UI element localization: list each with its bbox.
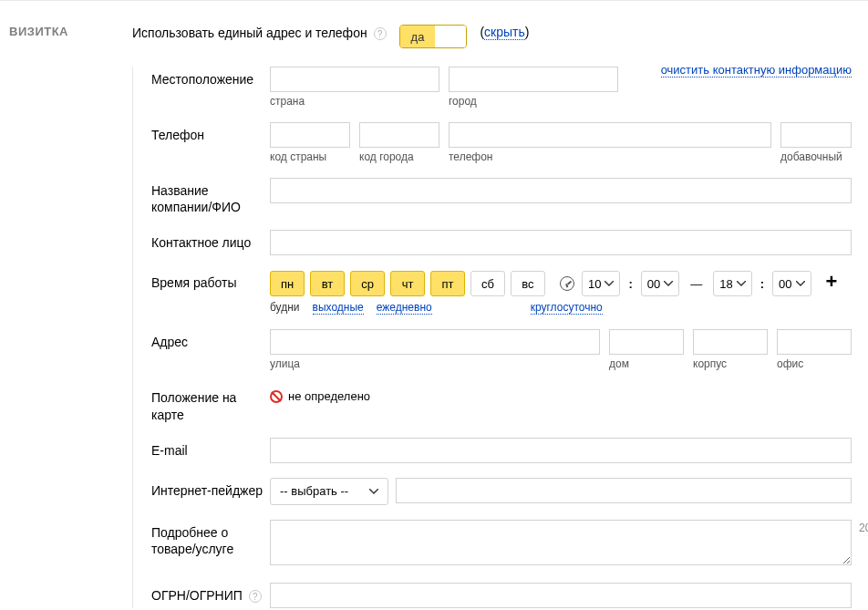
to-min-select[interactable]: 00 xyxy=(772,271,811,296)
city-code-input[interactable] xyxy=(359,122,439,148)
days-container: пнвтсрчтптсбвс 10 : 00 — 18 xyxy=(270,270,852,297)
contact-input[interactable] xyxy=(270,230,852,255)
allday-link[interactable]: круглосуточно xyxy=(531,301,603,315)
help-icon[interactable]: ? xyxy=(374,27,387,40)
ogrn-input[interactable] xyxy=(270,583,852,608)
chevron-down-icon xyxy=(796,281,805,286)
day-tue-button[interactable]: вт xyxy=(310,271,345,296)
toggle-no[interactable] xyxy=(435,26,466,47)
phone-input[interactable] xyxy=(449,122,771,148)
office-sublabel: офис xyxy=(777,357,852,370)
company-input[interactable] xyxy=(270,178,852,203)
use-single-address-toggle[interactable]: да xyxy=(399,25,468,48)
house-input[interactable] xyxy=(609,329,684,355)
city-code-sublabel: код города xyxy=(359,150,439,163)
details-counter: 200 xyxy=(859,522,868,534)
map-status-text: не определено xyxy=(288,389,370,403)
ext-input[interactable] xyxy=(780,122,852,148)
office-input[interactable] xyxy=(777,329,852,355)
from-hour-select[interactable]: 10 xyxy=(582,271,620,296)
email-label: E-mail xyxy=(151,438,270,459)
time-dash: — xyxy=(685,277,708,291)
address-label: Адрес xyxy=(151,329,270,350)
chevron-down-icon xyxy=(369,489,378,494)
pager-type-select[interactable]: -- выбрать -- xyxy=(270,478,388,505)
day-fri-button[interactable]: пт xyxy=(430,271,465,296)
day-thu-button[interactable]: чт xyxy=(390,271,425,296)
day-sat-button[interactable]: сб xyxy=(470,271,505,296)
chevron-down-icon xyxy=(737,281,746,286)
daily-link[interactable]: ежедневно xyxy=(377,301,432,315)
time-colon: : xyxy=(758,277,767,291)
section-title: Визитка xyxy=(9,25,132,608)
help-icon[interactable]: ? xyxy=(249,590,262,603)
use-single-address-label: Использовать единый адрес и телефон ? xyxy=(132,25,387,41)
company-label: Название компании/ФИО xyxy=(151,178,270,215)
day-wed-button[interactable]: ср xyxy=(350,271,385,296)
country-sublabel: страна xyxy=(270,95,439,108)
clock-icon xyxy=(560,276,574,291)
pager-label: Интернет-пейджер xyxy=(151,478,270,499)
street-input[interactable] xyxy=(270,329,600,355)
time-colon: : xyxy=(625,277,635,291)
hide-link-wrap: (скрыть) xyxy=(480,25,529,39)
from-min-select[interactable]: 00 xyxy=(641,271,679,296)
chevron-down-icon xyxy=(604,281,614,286)
contact-label: Контактное лицо xyxy=(151,230,270,251)
details-label: Подробнее о товаре/услуге xyxy=(151,520,270,557)
country-input[interactable] xyxy=(270,67,439,92)
chevron-down-icon xyxy=(664,281,673,286)
to-hour-select[interactable]: 18 xyxy=(713,271,751,296)
add-time-range-button[interactable]: + xyxy=(817,270,842,297)
ogrn-label: ОГРН/ОГРНИП ? xyxy=(151,583,270,604)
block-input[interactable] xyxy=(693,329,768,355)
toggle-yes[interactable]: да xyxy=(400,26,436,47)
pager-id-input[interactable] xyxy=(396,478,852,503)
email-input[interactable] xyxy=(270,438,852,463)
day-mon-button[interactable]: пн xyxy=(270,271,305,296)
weekend-link[interactable]: выходные xyxy=(313,301,364,315)
details-textarea[interactable] xyxy=(270,520,852,565)
map-position-label: Положение на карте xyxy=(151,385,270,422)
ext-sublabel: добавочный xyxy=(780,150,852,163)
city-sublabel: город xyxy=(449,95,618,108)
house-sublabel: дом xyxy=(609,357,684,370)
street-sublabel: улица xyxy=(270,357,600,370)
location-label: Местоположение xyxy=(151,67,270,88)
workhours-label: Время работы xyxy=(151,270,270,291)
day-sun-button[interactable]: вс xyxy=(511,271,545,296)
country-code-sublabel: код страны xyxy=(270,150,350,163)
city-input[interactable] xyxy=(449,67,618,92)
weekdays-label: будни xyxy=(270,301,300,315)
hide-link[interactable]: скрыть xyxy=(484,25,525,40)
country-code-input[interactable] xyxy=(270,122,350,148)
block-sublabel: корпус xyxy=(693,357,768,370)
phone-label: Телефон xyxy=(151,122,270,143)
phone-sublabel: телефон xyxy=(449,150,771,163)
not-defined-icon xyxy=(270,390,283,403)
